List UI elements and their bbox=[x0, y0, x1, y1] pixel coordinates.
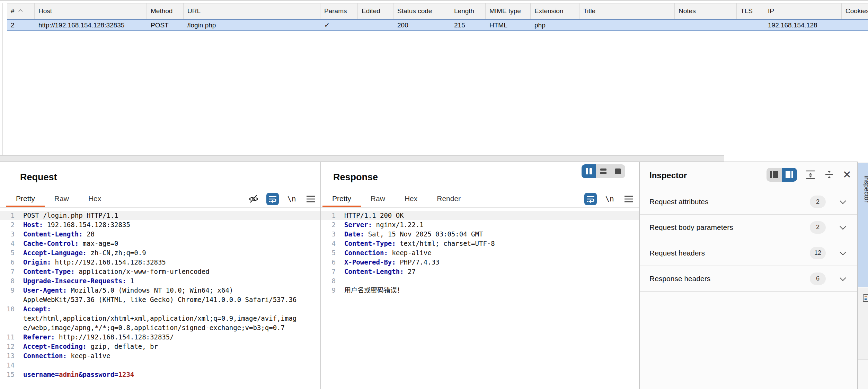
request-editor[interactable]: 1POST /login.php HTTP/1.12Host: 192.168.… bbox=[0, 208, 320, 389]
column-header-edited[interactable]: Edited bbox=[358, 3, 393, 19]
word-wrap-icon[interactable] bbox=[266, 193, 279, 205]
inspector-section-request-headers[interactable]: Request headers12 bbox=[640, 240, 857, 266]
inspector-section-response-headers[interactable]: Response headers6 bbox=[640, 266, 857, 292]
single-view-icon[interactable] bbox=[611, 164, 625, 178]
inspector-panel: Inspector ✕ Request attributes2Request b… bbox=[640, 162, 857, 389]
chevron-down-icon[interactable] bbox=[840, 249, 846, 255]
tab-raw[interactable]: Raw bbox=[45, 191, 79, 207]
editor-line: 9用户名或密码错误！ bbox=[321, 286, 639, 295]
editor-line: 13Connection: keep-alive bbox=[0, 351, 320, 361]
horizontal-splitter[interactable] bbox=[0, 155, 724, 162]
tab-hex[interactable]: Hex bbox=[79, 191, 111, 207]
line-number: 8 bbox=[321, 276, 341, 286]
line-number: 5 bbox=[0, 248, 20, 258]
column-header-url[interactable]: URL bbox=[184, 3, 320, 19]
dock-right-icon[interactable] bbox=[782, 168, 797, 182]
column-header-cookies[interactable]: Cookies bbox=[842, 3, 868, 19]
line-content: Content-Type: text/html; charset=UTF-8 bbox=[341, 239, 495, 248]
menu-icon[interactable] bbox=[304, 193, 317, 205]
column-header-params[interactable]: Params bbox=[320, 3, 358, 19]
row-cell-title bbox=[579, 20, 675, 31]
tab-pretty[interactable]: Pretty bbox=[6, 191, 45, 207]
expand-all-icon[interactable] bbox=[805, 170, 816, 180]
tab-raw[interactable]: Raw bbox=[361, 191, 395, 207]
eye-off-icon[interactable] bbox=[247, 193, 260, 205]
split-rows-icon[interactable] bbox=[596, 164, 611, 178]
text-segment: e/webp,image/apng,*/*;q=0.8,application/… bbox=[23, 324, 285, 331]
column-header-length[interactable]: Length bbox=[450, 3, 486, 19]
inspector-toolbar: ✕ bbox=[767, 168, 851, 182]
newline-icon[interactable]: \n bbox=[603, 193, 616, 205]
line-number: 7 bbox=[321, 267, 341, 276]
line-number: 8 bbox=[0, 276, 20, 286]
inspector-section-request-body-parameters[interactable]: Request body parameters2 bbox=[640, 215, 857, 240]
param-value: 1234 bbox=[118, 371, 134, 378]
line-content: Accept: bbox=[20, 304, 51, 314]
chevron-down-icon[interactable] bbox=[840, 223, 846, 230]
editor-line: 4Content-Type: text/html; charset=UTF-8 bbox=[321, 239, 639, 248]
column-header-host[interactable]: Host bbox=[35, 3, 147, 19]
chevron-down-icon[interactable] bbox=[840, 198, 846, 204]
header-name: Accept: bbox=[23, 305, 51, 313]
text-segment: text/html,application/xhtml+xml,applicat… bbox=[23, 314, 296, 322]
chevron-down-icon[interactable] bbox=[840, 275, 846, 281]
column-header-label: Extension bbox=[534, 3, 563, 19]
split-columns-icon[interactable] bbox=[582, 164, 596, 178]
close-icon[interactable]: ✕ bbox=[843, 170, 851, 180]
header-name: &password= bbox=[79, 371, 118, 378]
text-segment: Mozilla/5.0 (Windows NT 10.0; Win64; x64… bbox=[67, 286, 233, 294]
table-row[interactable]: 2http://192.168.154.128:32835POST/login.… bbox=[7, 19, 868, 31]
line-number: 9 bbox=[0, 286, 20, 295]
line-content: Connection: keep-alive bbox=[341, 248, 432, 258]
column-header-notes[interactable]: Notes bbox=[675, 3, 737, 19]
column-header-ip[interactable]: IP bbox=[764, 3, 842, 19]
newline-icon-label: \n bbox=[287, 195, 296, 203]
column-header-status-code[interactable]: Status code bbox=[393, 3, 450, 19]
text-segment: application/x-www-form-urlencoded bbox=[75, 268, 210, 275]
dock-left-icon[interactable] bbox=[767, 168, 782, 182]
inspector-section-label: Response headers bbox=[649, 275, 710, 283]
newline-icon[interactable]: \n bbox=[285, 193, 298, 205]
text-segment: PHP/7.4.33 bbox=[396, 258, 440, 266]
text-segment: keep-alive bbox=[67, 352, 110, 360]
column-header-label: Notes bbox=[679, 3, 696, 19]
inspector-section-request-attributes[interactable]: Request attributes2 bbox=[640, 189, 857, 215]
side-tab-strip: Inspector bbox=[858, 162, 868, 389]
column-header-method[interactable]: Method bbox=[147, 3, 184, 19]
tab-pretty[interactable]: Pretty bbox=[322, 191, 361, 207]
editor-line: 2Server: nginx/1.22.1 bbox=[321, 220, 639, 230]
line-number: 7 bbox=[0, 267, 20, 276]
column-header-#[interactable]: # bbox=[7, 3, 35, 19]
response-editor[interactable]: 1HTTP/1.1 200 OK2Server: nginx/1.22.13Da… bbox=[321, 208, 639, 389]
collapse-all-icon[interactable] bbox=[824, 170, 834, 180]
menu-icon[interactable] bbox=[622, 193, 635, 205]
line-content: X-Powered-By: PHP/7.4.33 bbox=[341, 258, 440, 267]
editor-line: 1POST /login.php HTTP/1.1 bbox=[0, 211, 320, 220]
editor-line: 6X-Powered-By: PHP/7.4.33 bbox=[321, 258, 639, 267]
column-header-mime-type[interactable]: MIME type bbox=[486, 3, 531, 19]
text-segment: http://192.168.154.128:32835 bbox=[51, 258, 166, 266]
request-title: Request bbox=[20, 172, 57, 183]
tab-render[interactable]: Render bbox=[427, 191, 470, 207]
line-number: 4 bbox=[321, 239, 341, 248]
column-header-title[interactable]: Title bbox=[579, 3, 675, 19]
tab-hex[interactable]: Hex bbox=[395, 191, 427, 207]
header-name: User-Agent: bbox=[23, 286, 67, 294]
column-header-label: MIME type bbox=[489, 3, 521, 19]
editor-layout-switch bbox=[582, 164, 625, 178]
burp-proxy-window: #HostMethodURLParamsEditedStatus codeLen… bbox=[0, 0, 868, 389]
word-wrap-icon[interactable] bbox=[584, 193, 597, 205]
column-header-tls[interactable]: TLS bbox=[737, 3, 764, 19]
response-inspector-divider[interactable] bbox=[639, 162, 640, 389]
side-tab-inspector[interactable]: Inspector bbox=[858, 163, 868, 287]
column-header-extension[interactable]: Extension bbox=[531, 3, 579, 19]
side-tab-notes[interactable] bbox=[858, 288, 868, 360]
text-segment: keep-alive bbox=[388, 249, 432, 257]
sort-ascending-icon bbox=[18, 9, 23, 14]
line-number: 3 bbox=[321, 230, 341, 239]
row-cell-host: http://192.168.154.128:32835 bbox=[35, 20, 147, 31]
text-segment: http://192.168.154.128:32835/ bbox=[55, 333, 174, 341]
editor-line: 15username=admin&password=1234 bbox=[0, 370, 320, 379]
request-response-divider[interactable] bbox=[320, 162, 321, 389]
line-content: 用户名或密码错误！ bbox=[341, 286, 404, 295]
